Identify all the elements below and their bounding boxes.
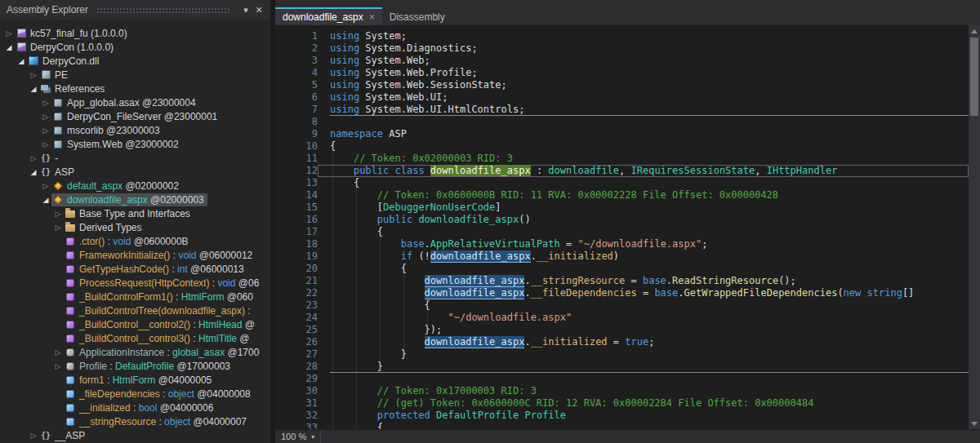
code-line[interactable]: 29 (275, 373, 969, 385)
code-line[interactable]: 15 [DebuggerNonUserCode] (275, 202, 969, 214)
expand-arrow-icon[interactable]: ▷ (40, 182, 51, 190)
zoom-control[interactable]: 100 % ▾ (275, 430, 321, 443)
expand-arrow-icon[interactable]: ▷ (40, 113, 51, 121)
tree-item[interactable]: ◢References (0, 82, 270, 95)
tree-item[interactable]: ▷PE (0, 68, 270, 82)
code-line[interactable]: 7using System.Web.UI.HtmlControls; (275, 104, 969, 116)
horizontal-scrollbar[interactable] (321, 430, 980, 443)
line-number: 22 (275, 287, 318, 299)
collapse-arrow-icon[interactable]: ◢ (40, 196, 51, 204)
tree-indent (0, 435, 28, 436)
zoom-dropdown-icon[interactable]: ▾ (311, 433, 314, 441)
scrollbar-thumb[interactable] (970, 38, 978, 116)
tree-item[interactable]: __stringResource : object @04000007 (0, 414, 270, 428)
tree-item[interactable]: ▷{}- (0, 151, 270, 165)
tree-indent (0, 268, 52, 269)
tree-item[interactable]: ◢downloadfile_aspx @02000003 (0, 193, 270, 206)
tree-item[interactable]: ProcessRequest(HttpContext) : void @06 (0, 276, 270, 290)
tree-item[interactable]: ▷default_aspx @02000002 (0, 179, 270, 193)
expand-arrow-icon[interactable]: ▷ (52, 362, 64, 370)
tab-close-icon[interactable]: × (369, 12, 375, 22)
tree-item[interactable]: ▷Base Type and Interfaces (0, 206, 270, 220)
close-panel-button[interactable]: ✕ (252, 2, 265, 17)
tree-item[interactable]: ▷DerpyCon_FileServer @23000001 (0, 109, 270, 123)
tab-downloadfile-aspx[interactable]: downloadfile_aspx× (275, 7, 382, 25)
expand-arrow-icon[interactable]: ▷ (28, 432, 39, 440)
expand-arrow-icon[interactable]: ▷ (52, 224, 64, 232)
vertical-scrollbar[interactable] (969, 25, 980, 429)
collapse-arrow-icon[interactable]: ◢ (28, 85, 39, 93)
line-number: 9 (275, 128, 318, 140)
code-line[interactable]: 4using System.Web.Profile; (275, 67, 969, 79)
code-line[interactable]: 2using System.Diagnostics; (275, 42, 969, 55)
code-line[interactable]: 16 public downloadfile_aspx() (275, 214, 969, 226)
tree-item[interactable]: ▷System.Web @23000002 (0, 137, 270, 151)
expand-arrow-icon[interactable]: ▷ (28, 154, 39, 162)
tree-item-content: _BuildControlTree(downloadfile_aspx) : (64, 304, 254, 317)
tree-item[interactable]: _BuildControlForm1() : HtmlForm @060 (0, 290, 270, 303)
tree-item[interactable]: ▷mscorlib @23000003 (0, 123, 270, 137)
highlighted-reference: downloadfile_aspx (425, 275, 525, 286)
tree-item[interactable]: ▷kc57_final_fu (1.0.0.0) (0, 26, 270, 40)
indent-guide (332, 153, 333, 429)
line-number: 20 (275, 263, 318, 275)
tree-item[interactable]: ▷{}__ASP (0, 428, 270, 442)
line-number: 25 (275, 324, 318, 336)
line-number: 19 (275, 250, 318, 263)
tree-item[interactable]: _BuildControl__control2() : HtmlHead @ (0, 317, 270, 331)
tree-item[interactable]: __initialized : bool @04000006 (0, 401, 270, 414)
code-line[interactable]: 30 // Token: 0x17000003 RID: 3 (275, 385, 969, 397)
tree-item[interactable]: ▷ApplicationInstance : global_asax @1700 (0, 345, 270, 359)
expand-arrow-icon[interactable]: ▷ (52, 348, 64, 357)
collapse-arrow-icon[interactable]: ◢ (3, 43, 15, 51)
code-line[interactable]: 6using System.Web.UI; (275, 91, 969, 104)
code-line[interactable]: 33 { (275, 422, 969, 429)
code-line[interactable]: 10{ (275, 140, 969, 153)
expand-arrow-icon[interactable]: ▷ (28, 71, 39, 79)
tree-item[interactable]: ▷Derived Types (0, 220, 270, 234)
expand-arrow-icon[interactable]: ▷ (40, 126, 51, 135)
tree-item[interactable]: form1 : HtmlForm @04000005 (0, 373, 270, 387)
tree-item[interactable]: ▷App_global.asax @23000004 (0, 95, 270, 109)
expand-arrow-icon[interactable]: ▷ (3, 29, 15, 38)
tree-item[interactable]: _BuildControl__control3() : HtmlTitle @ (0, 331, 270, 345)
code-line[interactable]: 9namespace ASP (275, 128, 969, 140)
code-line[interactable]: 12 public class downloadfile_aspx : down… (275, 165, 969, 177)
tree-item[interactable]: ◢DerpyCon.dll (0, 54, 270, 68)
tree-item[interactable]: .ctor() : void @0600000B (0, 234, 270, 248)
assembly-explorer-header[interactable]: Assembly Explorer ▾ ✕ (0, 0, 270, 20)
tree-item[interactable]: ◢DerpyCon (1.0.0.0) (0, 40, 270, 54)
tab-disassembly[interactable]: Disassembly (382, 7, 452, 25)
code-line[interactable]: 13 { (275, 177, 969, 189)
code-line[interactable]: 5using System.Web.SessionState; (275, 79, 969, 91)
code-line-text: { (318, 422, 969, 429)
tree-item[interactable]: GetTypeHashCode() : int @06000013 (0, 262, 270, 276)
code-line[interactable]: 17 { (275, 226, 969, 238)
scroll-down-arrow-icon[interactable] (969, 418, 980, 429)
code-line[interactable]: 8 (275, 116, 969, 128)
tree-item[interactable]: _fileDependencies : object @04000008 (0, 387, 270, 401)
code-line[interactable]: 31 // (get) Token: 0x0600000C RID: 12 RV… (275, 397, 969, 410)
expand-arrow-icon[interactable]: ▷ (40, 99, 51, 107)
line-number: 15 (275, 202, 318, 214)
tree-item[interactable]: ▷Profile : DefaultProfile @17000003 (0, 359, 270, 373)
window-position-menu-button[interactable]: ▾ (239, 2, 252, 17)
line-number: 26 (275, 336, 318, 348)
tree-item[interactable]: _BuildControlTree(downloadfile_aspx) : (0, 303, 270, 317)
code-line[interactable]: 11 // Token: 0x02000003 RID: 3 (275, 153, 969, 165)
code-line[interactable]: 14 // Token: 0x0600000B RID: 11 RVA: 0x0… (275, 189, 969, 202)
tree-item[interactable]: FrameworkInitialize() : void @06000012 (0, 248, 270, 262)
code-line-text: { (318, 177, 969, 189)
expand-arrow-icon[interactable]: ▷ (52, 210, 64, 218)
code-line[interactable]: 28 } (275, 361, 969, 373)
tree-item[interactable]: ◢{}ASP (0, 165, 270, 179)
scroll-up-arrow-icon[interactable] (969, 25, 980, 37)
expand-arrow-icon[interactable]: ▷ (40, 140, 51, 148)
code-line[interactable]: 32 protected DefaultProfile Profile (275, 410, 969, 422)
tree-indent (0, 421, 52, 422)
code-line[interactable]: 1using System; (275, 30, 969, 42)
line-number: 32 (275, 410, 318, 422)
code-line[interactable]: 3using System.Web; (275, 55, 969, 67)
collapse-arrow-icon[interactable]: ◢ (16, 57, 27, 65)
collapse-arrow-icon[interactable]: ◢ (28, 168, 39, 176)
